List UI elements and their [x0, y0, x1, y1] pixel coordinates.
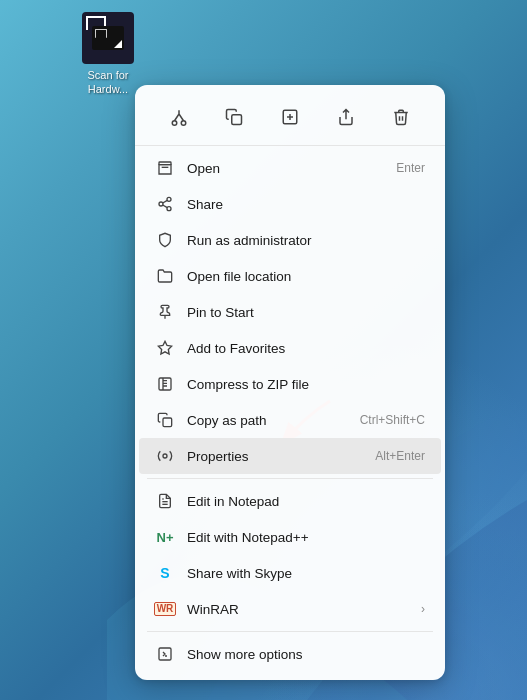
menu-item-share-skype[interactable]: S Share with Skype [139, 555, 441, 591]
cut-button[interactable] [161, 99, 197, 135]
file-location-label: Open file location [187, 269, 425, 284]
copy-path-shortcut: Ctrl+Shift+C [360, 413, 425, 427]
share-button[interactable] [328, 99, 364, 135]
more-options-icon [155, 644, 175, 664]
menu-item-compress-zip[interactable]: Compress to ZIP file [139, 366, 441, 402]
copy-path-icon [155, 410, 175, 430]
menu-item-open[interactable]: Open Enter [139, 150, 441, 186]
menu-item-file-location[interactable]: Open file location [139, 258, 441, 294]
menu-item-edit-notepadpp[interactable]: N+ Edit with Notepad++ [139, 519, 441, 555]
menu-item-properties[interactable]: Properties Alt+Enter [139, 438, 441, 474]
share-label: Share [187, 197, 425, 212]
svg-point-6 [167, 197, 171, 201]
context-menu: Open Enter Share Run as administrator Op… [135, 85, 445, 680]
svg-line-9 [163, 205, 168, 208]
svg-point-1 [172, 121, 177, 126]
share-icon [155, 194, 175, 214]
edit-notepad-icon [155, 491, 175, 511]
compress-zip-label: Compress to ZIP file [187, 377, 425, 392]
menu-separator-1 [147, 478, 433, 479]
menu-item-pin-start[interactable]: Pin to Start [139, 294, 441, 330]
compress-zip-icon [155, 374, 175, 394]
run-admin-icon [155, 230, 175, 250]
properties-icon [155, 446, 175, 466]
edit-notepadpp-label: Edit with Notepad++ [187, 530, 425, 545]
svg-rect-3 [232, 115, 242, 125]
menu-item-more-options[interactable]: Show more options [139, 636, 441, 672]
run-admin-label: Run as administrator [187, 233, 425, 248]
properties-label: Properties [187, 449, 367, 464]
svg-marker-12 [158, 341, 171, 354]
open-label: Open [187, 161, 388, 176]
icon-image [82, 12, 134, 64]
favorites-label: Add to Favorites [187, 341, 425, 356]
svg-line-10 [163, 200, 168, 203]
menu-item-winrar[interactable]: WR WinRAR › [139, 591, 441, 627]
pin-start-label: Pin to Start [187, 305, 425, 320]
svg-rect-14 [163, 418, 172, 427]
copy-button[interactable] [216, 99, 252, 135]
share-skype-label: Share with Skype [187, 566, 425, 581]
skype-icon: S [155, 563, 175, 583]
menu-item-edit-notepad[interactable]: Edit in Notepad [139, 483, 441, 519]
menu-item-run-admin[interactable]: Run as administrator [139, 222, 441, 258]
open-icon [155, 158, 175, 178]
toolbar-row [135, 93, 445, 146]
rename-button[interactable] [272, 99, 308, 135]
svg-point-2 [181, 121, 186, 126]
file-location-icon [155, 266, 175, 286]
open-shortcut: Enter [396, 161, 425, 175]
winrar-icon: WR [155, 599, 175, 619]
svg-point-7 [159, 202, 163, 206]
desktop-icon[interactable]: Scan for Hardw... [68, 12, 148, 97]
menu-item-favorites[interactable]: Add to Favorites [139, 330, 441, 366]
pin-start-icon [155, 302, 175, 322]
menu-item-share[interactable]: Share [139, 186, 441, 222]
more-options-label: Show more options [187, 647, 425, 662]
copy-path-label: Copy as path [187, 413, 352, 428]
properties-shortcut: Alt+Enter [375, 449, 425, 463]
edit-notepadpp-icon: N+ [155, 527, 175, 547]
svg-point-15 [163, 454, 167, 458]
favorites-icon [155, 338, 175, 358]
svg-point-8 [167, 207, 171, 211]
winrar-label: WinRAR [187, 602, 413, 617]
menu-item-copy-path[interactable]: Copy as path Ctrl+Shift+C [139, 402, 441, 438]
edit-notepad-label: Edit in Notepad [187, 494, 425, 509]
menu-separator-2 [147, 631, 433, 632]
delete-button[interactable] [383, 99, 419, 135]
winrar-arrow: › [421, 602, 425, 616]
